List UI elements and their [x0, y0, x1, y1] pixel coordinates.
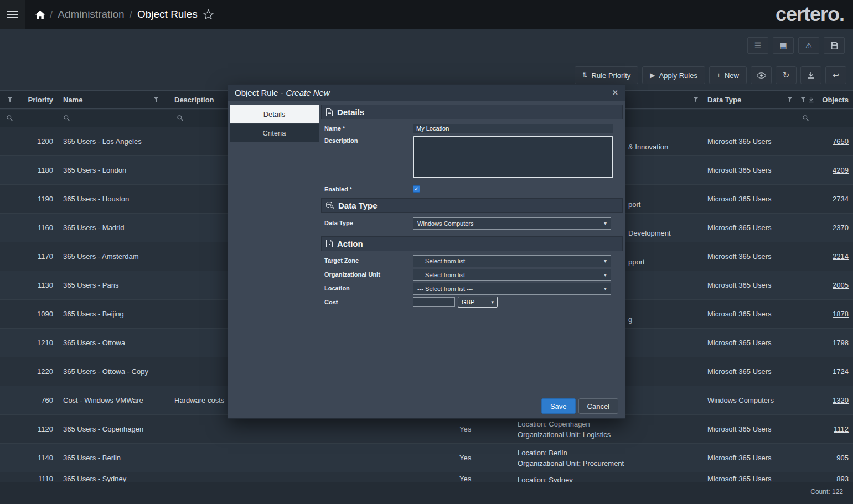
filter-icon[interactable]: [693, 97, 699, 102]
objects-count-link[interactable]: 7650: [833, 137, 849, 146]
header-description-label: Description: [174, 96, 214, 104]
save-button[interactable]: Save: [541, 398, 576, 414]
description-input[interactable]: [413, 136, 613, 178]
org-unit-value: --- Select from list ---: [417, 272, 473, 278]
objects-count-link[interactable]: 2214: [833, 252, 849, 261]
row-action: Location: CopenhagenOrganizational Unit:…: [518, 419, 703, 440]
header-name-label: Name: [63, 96, 82, 104]
toggle-visibility-button[interactable]: [751, 66, 772, 84]
org-unit-select[interactable]: --- Select from list --- ▾: [413, 269, 611, 281]
filter-icon[interactable]: [153, 97, 159, 102]
filter-icon[interactable]: [7, 97, 13, 102]
objects-count-link[interactable]: 2734: [833, 195, 849, 203]
row-data-type: Microsoft 365 Users: [703, 425, 797, 433]
header-name[interactable]: Name: [58, 91, 163, 108]
tab-criteria[interactable]: Criteria: [230, 123, 319, 142]
data-type-section-header: Data Type: [321, 198, 623, 213]
table-row[interactable]: 1120365 Users - CopenhagenYesLocation: C…: [0, 415, 853, 444]
list-view-button[interactable]: ☰: [747, 37, 768, 54]
data-type-field-row: Data Type Windows Computers ▾: [324, 217, 612, 230]
filter-cell: [703, 110, 797, 127]
cost-label: Cost: [324, 297, 413, 308]
row-name: 365 Users - Ottowa: [58, 339, 163, 347]
refresh-button[interactable]: ↻: [776, 66, 797, 84]
sort-icon[interactable]: [809, 97, 814, 103]
tab-details[interactable]: Details: [230, 105, 319, 123]
action-section-header: Action: [321, 236, 623, 251]
row-count: Count: 122: [810, 488, 843, 496]
org-unit-label: Organizational Unit: [324, 269, 413, 281]
filter-icon[interactable]: [800, 97, 806, 102]
chevron-down-icon: ▾: [604, 258, 607, 264]
breadcrumb-administration[interactable]: Administration: [58, 8, 124, 20]
actions-toolbar: ⇅ Rule Priority ▶ Apply Rules + New ↻ ↩: [575, 66, 847, 84]
objects-count-link[interactable]: 4209: [833, 166, 849, 174]
header-objects-label: Objects: [822, 96, 849, 104]
row-priority: 1180: [19, 166, 58, 174]
row-priority: 1160: [19, 224, 58, 232]
table-row[interactable]: 1140365 Users - BerlinYesLocation: Berli…: [0, 444, 853, 472]
breadcrumb-separator: /: [50, 8, 53, 20]
objects-count-link[interactable]: 1112: [834, 425, 849, 433]
row-priority: 1090: [19, 310, 58, 318]
undo-button[interactable]: ↩: [825, 66, 846, 84]
enabled-checkbox[interactable]: ✓: [413, 185, 420, 193]
apply-rules-button[interactable]: ▶ Apply Rules: [642, 66, 705, 84]
enabled-field-row: Enabled * ✓: [324, 184, 612, 193]
home-icon[interactable]: [35, 11, 45, 19]
menu-icon[interactable]: [0, 0, 25, 29]
objects-count-link[interactable]: 1724: [833, 367, 849, 376]
data-type-select[interactable]: Windows Computers ▾: [413, 217, 611, 230]
row-data-type: Microsoft 365 Users: [703, 195, 797, 203]
header-priority[interactable]: Priority: [19, 91, 58, 108]
objects-count-link[interactable]: 1798: [833, 339, 849, 347]
data-type-section-title: Data Type: [338, 201, 378, 210]
grid-view-button[interactable]: ▦: [773, 37, 794, 54]
org-unit-field-row: Organizational Unit --- Select from list…: [324, 269, 612, 281]
objects-count-link[interactable]: 905: [836, 454, 849, 462]
data-type-form: Data Type Windows Computers ▾: [321, 213, 623, 230]
location-select[interactable]: --- Select from list --- ▾: [413, 283, 611, 295]
cancel-button[interactable]: Cancel: [578, 398, 618, 414]
row-objects: 893: [797, 472, 853, 482]
header-data-type-label: Data Type: [707, 96, 741, 104]
objects-search-input[interactable]: [797, 110, 853, 127]
data-type-value: Windows Computers: [417, 220, 473, 227]
target-zone-value: --- Select from list ---: [417, 258, 473, 264]
apply-rules-label: Apply Rules: [659, 71, 697, 80]
export-button[interactable]: [800, 66, 821, 84]
name-input[interactable]: [413, 124, 613, 133]
data-type-section-icon: [326, 202, 334, 209]
row-name: 365 Users - Ottowa - Copy: [58, 367, 163, 376]
row-objects: 2734: [797, 195, 853, 203]
cost-input[interactable]: [413, 297, 455, 307]
header-objects[interactable]: Objects: [797, 91, 853, 108]
row-name: 365 Users - London: [58, 166, 163, 174]
header-data-type[interactable]: Data Type: [703, 91, 797, 108]
objects-count-link[interactable]: 1320: [833, 396, 849, 404]
objects-count-link[interactable]: 893: [836, 475, 849, 482]
row-name: 365 Users - Paris: [58, 281, 163, 289]
objects-count-link[interactable]: 2005: [833, 281, 849, 289]
save-view-button[interactable]: [824, 37, 845, 54]
row-objects: 2005: [797, 281, 853, 289]
filter-icon[interactable]: [787, 97, 793, 102]
rule-priority-button[interactable]: ⇅ Rule Priority: [575, 66, 639, 84]
row-filter-cell: [0, 472, 19, 475]
alerts-button[interactable]: ⚠: [798, 37, 819, 54]
table-row[interactable]: 1110365 Users - SydneyYesLocation: Sydne…: [0, 472, 853, 482]
row-priority: 1130: [19, 281, 58, 289]
name-search-input[interactable]: [58, 110, 163, 127]
name-label: Name *: [324, 123, 413, 133]
objects-count-link[interactable]: 2370: [833, 224, 849, 232]
currency-select[interactable]: GBP ▾: [458, 297, 498, 308]
details-section-header: Details: [321, 105, 623, 119]
object-rules-page: { "topbar": { "breadcrumb_sep": "/", "se…: [0, 0, 853, 504]
close-icon[interactable]: ✕: [612, 89, 618, 97]
priority-search-input[interactable]: [0, 110, 19, 127]
row-data-type: Microsoft 365 Users: [703, 224, 797, 232]
favorite-star-icon[interactable]: [203, 9, 214, 19]
objects-count-link[interactable]: 1878: [833, 310, 849, 318]
new-button[interactable]: + New: [709, 66, 747, 84]
target-zone-select[interactable]: --- Select from list --- ▾: [413, 255, 611, 267]
